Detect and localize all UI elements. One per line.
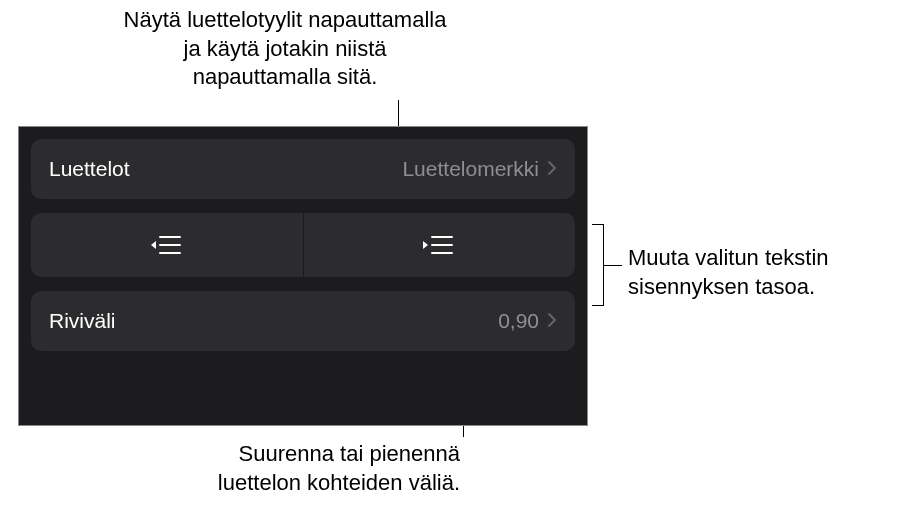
chevron-right-icon bbox=[547, 158, 557, 181]
callout-top: Näytä luettelotyylit napauttamalla ja kä… bbox=[120, 6, 450, 92]
line-spacing-value: 0,90 bbox=[498, 309, 539, 333]
format-panel: Luettelot Luettelomerkki Riviväli bbox=[18, 126, 588, 426]
callout-line-right bbox=[604, 265, 622, 266]
indent-icon bbox=[422, 232, 456, 258]
lists-value: Luettelomerkki bbox=[402, 157, 539, 181]
callout-right: Muuta valitun tekstin sisennyksen tasoa. bbox=[628, 244, 908, 301]
outdent-button[interactable] bbox=[31, 213, 304, 277]
callout-bottom-text: Suurenna tai pienennä luettelon kohteide… bbox=[218, 441, 460, 495]
callout-bracket-right bbox=[592, 224, 604, 306]
indent-button[interactable] bbox=[304, 213, 576, 277]
indent-controls bbox=[31, 213, 575, 277]
outdent-icon bbox=[150, 232, 184, 258]
callout-right-text: Muuta valitun tekstin sisennyksen tasoa. bbox=[628, 245, 829, 299]
line-spacing-label: Riviväli bbox=[49, 309, 116, 333]
chevron-right-icon bbox=[547, 310, 557, 333]
callout-top-text: Näytä luettelotyylit napauttamalla ja kä… bbox=[124, 7, 447, 89]
callout-bottom: Suurenna tai pienennä luettelon kohteide… bbox=[160, 440, 460, 497]
line-spacing-row[interactable]: Riviväli 0,90 bbox=[31, 291, 575, 351]
lists-row[interactable]: Luettelot Luettelomerkki bbox=[31, 139, 575, 199]
lists-label: Luettelot bbox=[49, 157, 130, 181]
